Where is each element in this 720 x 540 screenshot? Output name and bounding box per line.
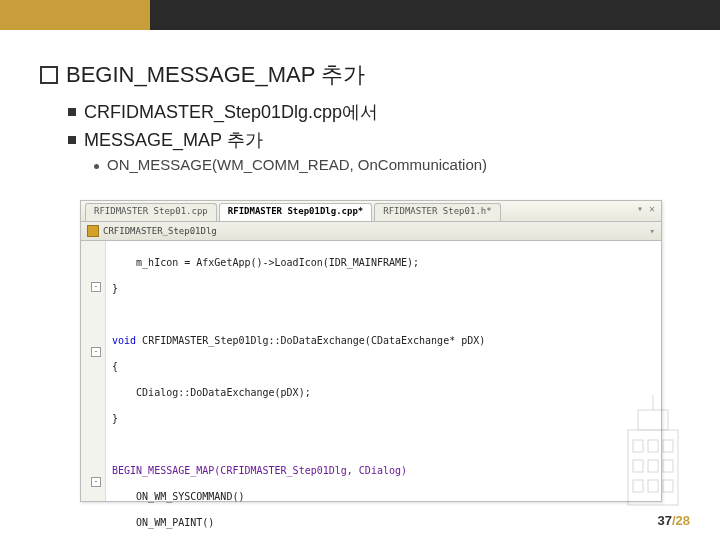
slide: BEGIN_MESSAGE_MAP 추가 CRFIDMASTER_Step01D…: [0, 0, 720, 540]
tab-overflow-icon[interactable]: ▾ ✕: [631, 201, 661, 221]
code-line: [112, 438, 655, 451]
page-current: 37: [657, 513, 671, 528]
code-line: ON_WM_SYSCOMMAND(): [112, 490, 655, 503]
code-line: ON_WM_PAINT(): [112, 516, 655, 529]
ide-screenshot: RFIDMASTER Step01.cpp RFIDMASTER Step01D…: [80, 200, 662, 502]
dot-bullet-icon: [94, 164, 99, 169]
code-line: m_hIcon = AfxGetApp()->LoadIcon(IDR_MAIN…: [112, 256, 655, 269]
code-line: BEGIN_MESSAGE_MAP(CRFIDMASTER_Step01Dlg,…: [112, 464, 655, 477]
code-line: void CRFIDMASTER_Step01Dlg::DoDataExchan…: [112, 334, 655, 347]
code-gutter: - - -: [81, 241, 106, 501]
filled-square-bullet-icon: [68, 108, 76, 116]
heading-text: BEGIN_MESSAGE_MAP 추가: [66, 60, 365, 90]
top-accent: [0, 0, 150, 30]
code-line: }: [112, 412, 655, 425]
subpoint-2: MESSAGE_MAP 추가: [68, 128, 690, 152]
svg-rect-8: [663, 460, 673, 472]
subpoint-1: CRFIDMASTER_Step01Dlg.cpp에서: [68, 100, 690, 124]
subpoint-1-text: CRFIDMASTER_Step01Dlg.cpp에서: [84, 100, 378, 124]
filled-square-bullet-icon: [68, 136, 76, 144]
fold-icon[interactable]: -: [91, 347, 101, 357]
heading-row: BEGIN_MESSAGE_MAP 추가: [40, 60, 690, 90]
fold-icon[interactable]: -: [91, 477, 101, 487]
subpoint-2-text: MESSAGE_MAP 추가: [84, 128, 263, 152]
page-number: 37/28: [657, 513, 690, 528]
class-navigation-bar[interactable]: CRFIDMASTER_Step01Dlg ▾: [81, 222, 661, 241]
editor-tab[interactable]: RFIDMASTER Step01.cpp: [85, 203, 217, 221]
editor-tab-active[interactable]: RFIDMASTER Step01Dlg.cpp*: [219, 203, 372, 221]
fold-icon[interactable]: -: [91, 282, 101, 292]
keyword: void: [112, 335, 136, 346]
code-line: [112, 308, 655, 321]
editor-tab[interactable]: RFIDMASTER Step01.h*: [374, 203, 500, 221]
code-editor[interactable]: m_hIcon = AfxGetApp()->LoadIcon(IDR_MAIN…: [106, 241, 661, 501]
square-bullet-icon: [40, 66, 58, 84]
dropdown-icon[interactable]: ▾: [650, 226, 655, 236]
svg-rect-11: [663, 480, 673, 492]
subpoint-3-text: ON_MESSAGE(WM_COMM_READ, OnCommunication…: [107, 156, 487, 173]
code-text: CRFIDMASTER_Step01Dlg::DoDataExchange(CD…: [136, 335, 485, 346]
svg-rect-5: [663, 440, 673, 452]
subpoint-3: ON_MESSAGE(WM_COMM_READ, OnCommunication…: [94, 156, 690, 173]
code-area: - - - m_hIcon: [81, 241, 661, 501]
code-line: }: [112, 282, 655, 295]
content-area: BEGIN_MESSAGE_MAP 추가 CRFIDMASTER_Step01D…: [40, 60, 690, 181]
class-name: CRFIDMASTER_Step01Dlg: [103, 226, 217, 236]
code-line: {: [112, 360, 655, 373]
page-total: /28: [672, 513, 690, 528]
class-icon: [87, 225, 99, 237]
editor-tab-bar: RFIDMASTER Step01.cpp RFIDMASTER Step01D…: [81, 201, 661, 222]
code-line: CDialog::DoDataExchange(pDX);: [112, 386, 655, 399]
